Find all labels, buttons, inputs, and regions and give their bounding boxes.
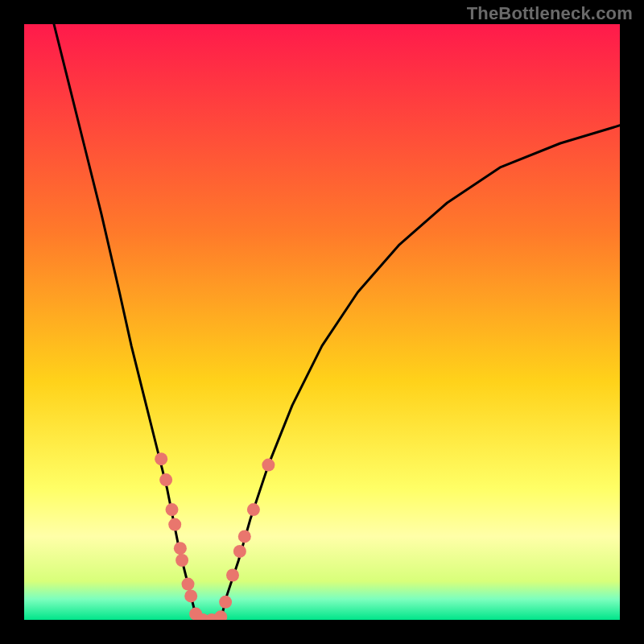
chart-frame: TheBottleneck.com bbox=[0, 0, 644, 644]
scatter-dot bbox=[182, 578, 195, 591]
scatter-dot bbox=[166, 503, 179, 516]
plot-area bbox=[24, 24, 620, 620]
scatter-dot bbox=[262, 459, 275, 472]
scatter-dot bbox=[184, 589, 197, 602]
scatter-dot bbox=[238, 530, 251, 543]
scatter-dot bbox=[233, 545, 246, 558]
scatter-dot bbox=[247, 503, 260, 516]
scatter-dot bbox=[219, 596, 232, 609]
scatter-dot bbox=[155, 452, 167, 465]
scatter-dot bbox=[174, 542, 187, 555]
scatter-dot bbox=[175, 554, 188, 567]
scatter-dot bbox=[159, 473, 172, 486]
chart-svg bbox=[24, 24, 620, 620]
watermark-text: TheBottleneck.com bbox=[467, 3, 633, 24]
gradient-background bbox=[24, 24, 620, 620]
scatter-dot bbox=[226, 569, 239, 582]
scatter-dot bbox=[168, 518, 181, 531]
